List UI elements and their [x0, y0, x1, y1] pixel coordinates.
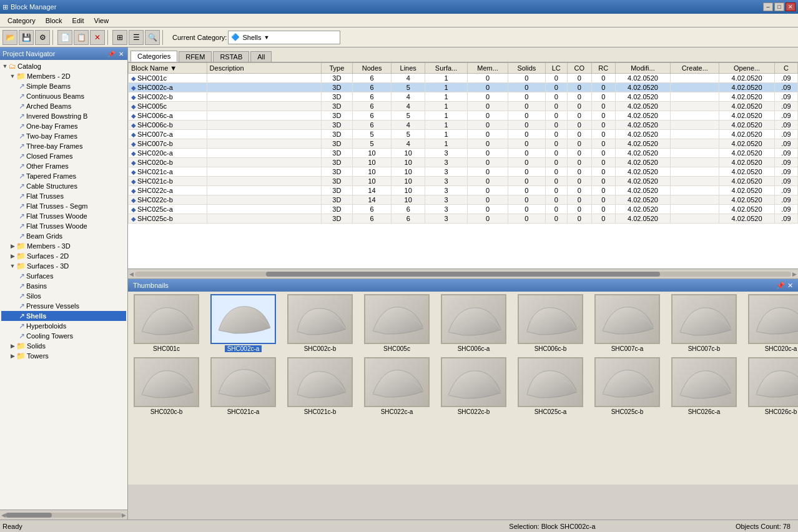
list-view-button[interactable]: ☰: [129, 30, 144, 45]
thumbnail-item[interactable]: SHC006c-a: [438, 294, 510, 352]
thumbnail-image[interactable]: [518, 294, 583, 344]
table-row[interactable]: ◆SHC007c-b 3D 5 4 1 0 0 0 0 0 4.02.0520 …: [129, 139, 798, 149]
col-mem[interactable]: Mem...: [468, 63, 508, 74]
col-solids[interactable]: Solids: [508, 63, 546, 74]
tree-item-solids[interactable]: ▶ 📁 Solids: [1, 341, 126, 351]
expand-towers-icon[interactable]: ▶: [9, 353, 16, 359]
thumbnail-item[interactable]: SHC025c-b: [591, 357, 663, 415]
tree-item-members-2d[interactable]: ▼ 📁 Members - 2D: [1, 71, 126, 81]
thumbnail-item[interactable]: SHC022c-a: [361, 357, 433, 415]
tree-item-closed-frames[interactable]: ↗ Closed Frames: [1, 151, 126, 161]
table-row[interactable]: ◆SHC006c-a 3D 6 5 1 0 0 0 0 0 4.02.0520 …: [129, 111, 798, 121]
nav-scroll-thumb[interactable]: [6, 513, 52, 518]
thumbnail-item[interactable]: SHC026c-a: [668, 357, 740, 415]
thumbnail-image[interactable]: [748, 357, 798, 407]
thumbnail-item[interactable]: SHC005c: [361, 294, 433, 352]
tree-item-silos[interactable]: ↗ Silos: [1, 291, 126, 301]
thumbnail-item[interactable]: SHC020c-b: [131, 357, 202, 415]
thumbnail-item[interactable]: SHC006c-b: [515, 294, 586, 352]
tree-item-flat-trusses-woode1[interactable]: ↗ Flat Trusses Woode: [1, 211, 126, 221]
thumbnail-image[interactable]: [441, 294, 506, 344]
table-row[interactable]: ◆SHC005c 3D 6 4 1 0 0 0 0 0 4.02.0520 4.…: [129, 102, 798, 111]
thumbnail-item[interactable]: SHC002c-b: [284, 294, 356, 352]
expand-surfaces2d-icon[interactable]: ▶: [9, 253, 16, 259]
h-scroll-thumb[interactable]: [266, 272, 660, 277]
col-rc[interactable]: RC: [591, 63, 615, 74]
thumbnail-image[interactable]: [210, 294, 276, 344]
thumbnail-item[interactable]: SHC021c-b: [284, 357, 356, 415]
delete-button[interactable]: ✕: [90, 30, 105, 45]
tree-item-towers[interactable]: ▶ 📁 Towers: [1, 351, 126, 361]
thumbnail-item[interactable]: SHC001c: [131, 294, 202, 352]
thumbnail-item[interactable]: SHC022c-b: [438, 357, 510, 415]
tab-rfem[interactable]: RFEM: [179, 51, 212, 62]
table-row[interactable]: ◆SHC001c 3D 6 4 1 0 0 0 0 0 4.02.0520 4.…: [129, 74, 798, 83]
thumbnail-image[interactable]: [518, 357, 583, 407]
thumbnail-image[interactable]: [594, 294, 660, 344]
thumbnail-image[interactable]: [287, 357, 353, 407]
table-row[interactable]: ◆SHC021c-b 3D 10 10 3 0 0 0 0 0 4.02.052…: [129, 177, 798, 186]
menu-block[interactable]: Block: [41, 16, 67, 26]
expand-members3d-icon[interactable]: ▶: [9, 243, 16, 249]
nav-scroll-track[interactable]: [6, 513, 122, 518]
col-nodes[interactable]: Nodes: [352, 63, 391, 74]
horizontal-scrollbar[interactable]: ◀ ▶: [128, 268, 798, 278]
thumbnail-item[interactable]: SHC007c-b: [668, 294, 740, 352]
thumbnail-item[interactable]: SHC025c-a: [515, 357, 586, 415]
tree-item-beam-grids[interactable]: ↗ Beam Grids: [1, 231, 126, 241]
table-row[interactable]: ◆SHC020c-b 3D 10 10 3 0 0 0 0 0 4.02.052…: [129, 158, 798, 167]
maximize-button[interactable]: □: [774, 2, 784, 11]
col-lines[interactable]: Lines: [392, 63, 425, 74]
col-modifi[interactable]: Modifi...: [615, 63, 670, 74]
table-row[interactable]: ◆SHC022c-a 3D 14 10 3 0 0 0 0 0 4.02.052…: [129, 186, 798, 195]
tree-item-surfaces-3d[interactable]: ▼ 📁 Surfaces - 3D: [1, 261, 126, 271]
settings-button[interactable]: ⚙: [35, 30, 50, 45]
col-block-name[interactable]: Block Name ▼: [129, 63, 207, 74]
expand-solids-icon[interactable]: ▶: [9, 343, 16, 349]
tree-item-hyperboloids[interactable]: ↗ Hyperboloids: [1, 321, 126, 331]
tree-item-catalog[interactable]: ▼ 🗂 Catalog: [1, 61, 126, 71]
table-row[interactable]: ◆SHC006c-b 3D 6 4 1 0 0 0 0 0 4.02.0520 …: [129, 121, 798, 130]
tree-item-two-bay[interactable]: ↗ Two-bay Frames: [1, 131, 126, 141]
menu-view[interactable]: View: [89, 16, 114, 26]
tree-item-surfaces[interactable]: ↗ Surfaces: [1, 271, 126, 281]
thumbnail-item[interactable]: SHC026c-b: [745, 357, 798, 415]
thumbnail-image[interactable]: [671, 294, 737, 344]
col-c[interactable]: C: [774, 63, 797, 74]
col-create[interactable]: Create...: [671, 63, 719, 74]
expand-surfaces3d-icon[interactable]: ▼: [9, 263, 16, 269]
thumbnail-item[interactable]: SHC007c-a: [591, 294, 663, 352]
menu-edit[interactable]: Edit: [67, 16, 89, 26]
table-row[interactable]: ◆SHC025c-b 3D 6 6 3 0 0 0 0 0 4.02.0520 …: [129, 214, 798, 224]
tree-item-continuous-beams[interactable]: ↗ Continuous Beams: [1, 91, 126, 101]
tab-all[interactable]: All: [250, 51, 272, 62]
thumbnails-pin-button[interactable]: 📌: [776, 282, 785, 290]
navigator-close-button[interactable]: ✕: [117, 51, 125, 57]
col-lc[interactable]: LC: [545, 63, 567, 74]
open-button[interactable]: 📂: [2, 30, 17, 45]
table-row[interactable]: ◆SHC021c-a 3D 10 10 3 0 0 0 0 0 4.02.052…: [129, 167, 798, 177]
thumbnail-image[interactable]: [594, 357, 660, 407]
tree-item-three-bay[interactable]: ↗ Three-bay Frames: [1, 141, 126, 151]
tree-item-surfaces-2d[interactable]: ▶ 📁 Surfaces - 2D: [1, 251, 126, 261]
col-opene[interactable]: Opene...: [719, 63, 774, 74]
thumbnail-item[interactable]: SHC021c-a: [207, 357, 279, 415]
thumbnail-image[interactable]: [748, 294, 798, 344]
table-row[interactable]: ◆SHC025c-a 3D 6 6 3 0 0 0 0 0 4.02.0520 …: [129, 205, 798, 214]
grid-view-button[interactable]: ⊞: [112, 30, 127, 45]
tree-item-flat-trusses-segm[interactable]: ↗ Flat Trusses - Segm: [1, 201, 126, 211]
menu-category[interactable]: Category: [2, 16, 41, 26]
zoom-button[interactable]: 🔍: [145, 30, 160, 45]
thumbnail-image[interactable]: [134, 294, 199, 344]
thumbnail-image[interactable]: [134, 357, 199, 407]
tree-item-other-frames[interactable]: ↗ Other Frames: [1, 161, 126, 171]
copy-button[interactable]: 📋: [74, 30, 89, 45]
tree-item-pressure-vessels[interactable]: ↗ Pressure Vessels: [1, 301, 126, 311]
thumbnail-image[interactable]: [671, 357, 737, 407]
table-row[interactable]: ◆SHC007c-a 3D 5 5 1 0 0 0 0 0 4.02.0520 …: [129, 130, 798, 139]
tree-item-shells[interactable]: ↗ Shells: [1, 311, 126, 321]
close-button[interactable]: ✕: [786, 2, 796, 11]
save-button[interactable]: 💾: [19, 30, 34, 45]
table-row[interactable]: ◆SHC002c-a 3D 6 5 1 0 0 0 0 0 4.02.0520 …: [129, 83, 798, 92]
tree-item-basins[interactable]: ↗ Basins: [1, 281, 126, 291]
